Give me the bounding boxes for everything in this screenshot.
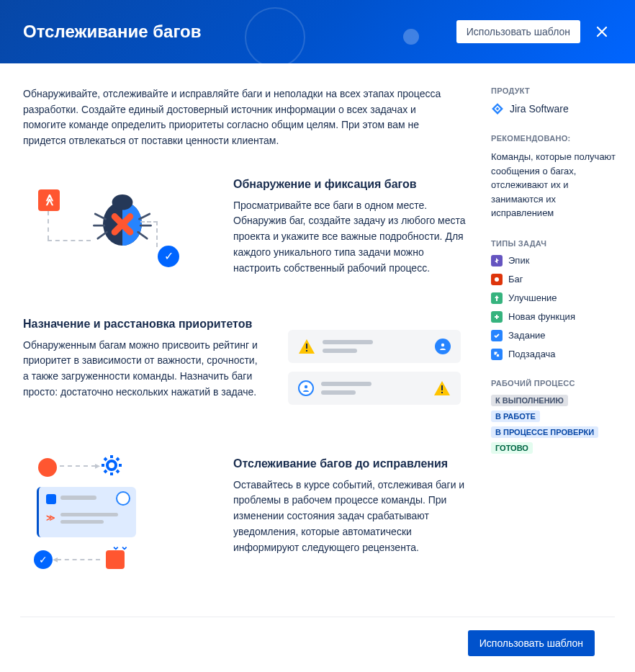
- svg-rect-7: [441, 385, 443, 390]
- recommended-section: РЕКОМЕНДОВАНО: Команды, которые получают…: [491, 134, 618, 220]
- product-label: ПРОДУКТ: [491, 86, 618, 95]
- feature-track: ≫ ⌄⌄ ✓ Отслеживание багов до исправления…: [23, 457, 468, 565]
- jira-software-icon: [491, 102, 504, 115]
- issue-type-task: Задание: [491, 330, 618, 341]
- warning-icon: [298, 339, 315, 354]
- status-dot-icon: [38, 458, 57, 477]
- avatar-icon: [435, 339, 451, 354]
- bug-icon: [90, 188, 155, 253]
- svg-line-16: [117, 458, 119, 460]
- workflow-status-todo: К ВЫПОЛНЕНИЮ: [491, 395, 568, 406]
- subtask-icon: [491, 349, 503, 360]
- product-name: Jira Software: [510, 103, 569, 115]
- modal-body: Обнаруживайте, отслеживайте и исправляйт…: [0, 63, 635, 617]
- status-box-icon: [106, 550, 125, 569]
- svg-rect-8: [441, 392, 443, 393]
- close-icon[interactable]: [592, 22, 612, 42]
- feature-body: Обнаруженным багам можно присвоить рейти…: [23, 338, 258, 400]
- workflow-status-in-progress: В РАБОТЕ: [491, 411, 540, 422]
- issue-types-label: ТИПЫ ЗАДАЧ: [491, 239, 618, 248]
- feature-detect: ✓ Обнаружение и фиксация багов Просматри…: [23, 178, 468, 286]
- priority-up-icon: [38, 189, 60, 211]
- main-content: Обнаруживайте, отслеживайте и исправляйт…: [0, 63, 491, 617]
- sidebar: ПРОДУКТ Jira Software РЕКОМЕНДОВАНО: Ком…: [491, 63, 635, 617]
- issue-type-label: Подзадача: [508, 349, 556, 359]
- warning-icon: [433, 380, 451, 396]
- svg-line-14: [104, 458, 107, 460]
- use-template-button-top[interactable]: Использовать шаблон: [456, 20, 580, 43]
- use-template-button-bottom[interactable]: Использовать шаблон: [468, 630, 595, 656]
- issue-type-label: Эпик: [508, 255, 529, 266]
- epic-icon: [491, 255, 503, 266]
- feature-body: Оставайтесь в курсе событий, отслеживая …: [233, 478, 468, 555]
- illustration-priority: [281, 318, 468, 426]
- feature-title: Обнаружение и фиксация багов: [233, 178, 468, 191]
- product-section: ПРОДУКТ Jira Software: [491, 86, 618, 115]
- issue-type-new-feature: Новая функция: [491, 311, 618, 323]
- product-row: Jira Software: [491, 102, 618, 115]
- illustration-workflow: ≫ ⌄⌄ ✓: [23, 457, 210, 565]
- issue-type-improvement: Улучшение: [491, 292, 618, 304]
- illustration-bug: ✓: [23, 178, 210, 286]
- header-actions: Использовать шаблон: [456, 20, 612, 43]
- recommended-label: РЕКОМЕНДОВАНО:: [491, 134, 618, 143]
- bug-icon: [491, 274, 503, 285]
- feature-title: Отслеживание багов до исправления: [233, 457, 468, 470]
- workflow-label: РАБОЧИЙ ПРОЦЕСС: [491, 379, 618, 387]
- feature-body: Просматривайте все баги в одном месте. О…: [233, 198, 468, 276]
- modal-footer: Использовать шаблон: [20, 617, 615, 672]
- svg-point-2: [112, 194, 133, 210]
- workflow-status-done: ГОТОВО: [491, 442, 533, 454]
- template-modal: Отслеживание багов Использовать шаблон О…: [0, 0, 635, 672]
- modal-title: Отслеживание багов: [23, 22, 202, 42]
- svg-point-18: [495, 277, 499, 282]
- svg-point-6: [305, 385, 307, 388]
- workflow-status-in-review: В ПРОЦЕССЕ ПРОВЕРКИ: [491, 426, 598, 438]
- issue-type-label: Задание: [508, 330, 546, 341]
- issue-type-bug: Баг: [491, 274, 618, 285]
- svg-line-15: [117, 470, 119, 472]
- issue-type-subtask: Подзадача: [491, 349, 618, 360]
- svg-rect-3: [306, 344, 307, 349]
- workflow-section: РАБОЧИЙ ПРОЦЕСС К ВЫПОЛНЕНИЮ В РАБОТЕ В …: [491, 379, 618, 454]
- issue-types-section: ТИПЫ ЗАДАЧ Эпик Баг Улучшение: [491, 239, 618, 360]
- svg-point-5: [441, 344, 444, 346]
- issue-type-label: Улучшение: [508, 292, 557, 303]
- svg-line-17: [104, 470, 107, 472]
- issue-type-epic: Эпик: [491, 255, 618, 266]
- feature-title: Назначение и расстановка приоритетов: [23, 318, 258, 331]
- intro-text: Обнаруживайте, отслеживайте и исправляйт…: [23, 86, 448, 149]
- svg-rect-4: [306, 350, 307, 351]
- modal-header: Отслеживание багов Использовать шаблон: [0, 0, 635, 63]
- improvement-icon: [491, 292, 503, 304]
- task-card-icon: ≫: [37, 487, 136, 537]
- recommended-text: Команды, которые получают сообщения о ба…: [491, 150, 618, 220]
- issue-type-label: Новая функция: [508, 311, 575, 322]
- new-feature-icon: [491, 311, 503, 323]
- gear-icon: [100, 454, 123, 477]
- task-icon: [491, 330, 503, 341]
- svg-rect-20: [497, 354, 500, 357]
- issue-type-label: Баг: [508, 274, 523, 285]
- feature-priority: Назначение и расстановка приоритетов Обн…: [23, 318, 468, 426]
- avatar-icon: [298, 380, 314, 396]
- svg-point-9: [107, 461, 116, 470]
- check-icon: ✓: [34, 550, 53, 569]
- check-icon: ✓: [158, 246, 179, 267]
